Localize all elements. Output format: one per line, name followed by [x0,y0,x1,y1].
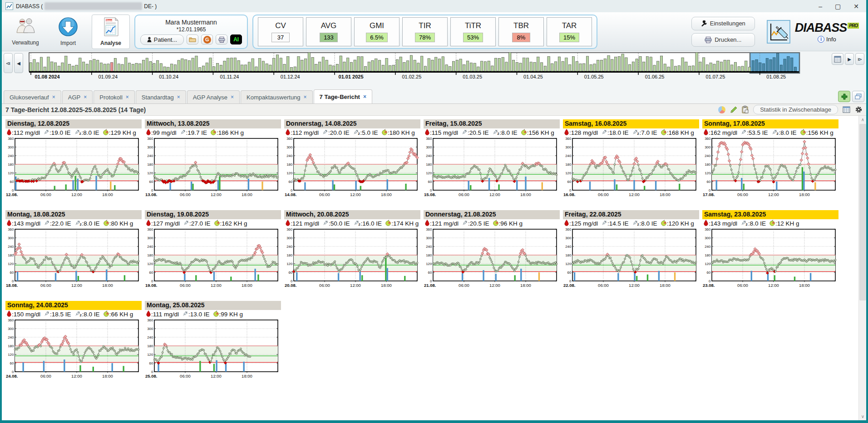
day-card-18-08[interactable]: Montag, 18.08.2025:143 mg/dl:22.0 IE2:8.… [5,210,142,291]
syringe-2-icon: 2 [492,129,500,137]
tab-agp[interactable]: AGP× [62,90,93,103]
tab-close-icon[interactable]: × [231,94,234,100]
syringe-2-icon: 2 [740,220,748,227]
metric-blood-drop: :143 mg/dl [6,220,40,227]
print-day-button[interactable] [216,34,227,44]
edit-button[interactable] [730,106,737,113]
svg-text:120: 120 [286,171,293,175]
pie-chart-button[interactable] [718,106,725,113]
svg-text:240: 240 [147,245,153,249]
statistik-clipboard-button[interactable]: Statistik in Zwischenablage [753,105,838,114]
report-icon: Report [102,17,120,38]
day-card-22-08[interactable]: Freitag, 22.08.2025:125 mg/dl:14.5 IE2:8… [563,210,699,291]
ai-button[interactable]: AI [230,34,242,44]
tab-7-tage-bericht[interactable]: 7 Tage-Bericht× [314,89,372,103]
metric-syringe: :19.0 IE [43,129,71,137]
maximize-button[interactable]: ▢ [835,3,841,10]
scrollbar-thumb[interactable] [859,124,866,300]
metric-value: :121 mg/dl [430,220,459,227]
tab-close-icon[interactable]: × [363,93,366,100]
day-card-23-08[interactable]: Samstag, 23.08.2025:143 mg/dl2:8.0 IE:12… [702,210,838,291]
import-button[interactable]: Import [49,15,87,49]
timeline-next-button[interactable]: ▶ [845,53,854,65]
day-card-20-08[interactable]: Mittwoch, 20.08.2025:121 mg/dl:50.0 IE2:… [284,210,420,291]
report-header: 7 Tage-Bericht 12.08.2025-25.08.2025 (14… [2,104,866,116]
chart-time-label: 06:00 [40,283,51,288]
metric-value: :99 KH g [219,311,243,318]
chart-time-label: 18:00 [381,283,392,288]
analyse-button[interactable]: Report Analyse [92,15,130,49]
timeline-prev-button[interactable]: ◀ [14,53,23,73]
svg-text:240: 240 [286,154,293,158]
metric-value: :174 KH g [391,220,419,227]
tab-close-icon[interactable]: × [84,94,87,100]
tab-close-icon[interactable]: × [304,94,307,100]
scroll-down-icon[interactable]: ∨ [859,413,866,420]
metric-blood-drop: :115 mg/dl [424,129,458,137]
minimize-button[interactable]: – [819,3,822,10]
metric-syringe: :50.0 IE [322,220,350,227]
stat-box-avg: AVG133 [306,17,351,46]
svg-text:2: 2 [637,132,639,135]
svg-text:300: 300 [565,145,572,149]
chart-time-label: 18:00 [381,192,392,197]
day-card-21-08[interactable]: Donnerstag, 21.08.2025:121 mg/dl:20.5 IE… [424,210,560,291]
day-card-25-08[interactable]: Montag, 25.08.2025:111 mg/dl:13.0 IE:99 … [145,301,281,382]
svg-text:180: 180 [426,162,432,167]
tab-close-icon[interactable]: × [126,94,129,100]
tab-close-icon[interactable]: × [52,94,55,100]
apple-icon [381,129,388,137]
day-card-17-08[interactable]: Sonntag, 17.08.2025:162 mg/dl:53.5 IE2:8… [702,119,838,200]
day-glucose-chart: 36030024018012060015.08.06:0012:0018:00 [424,137,560,198]
svg-text:60: 60 [149,180,153,184]
timeline-calendar-button[interactable] [832,53,843,65]
plus-icon [841,93,848,100]
metric-syringe: :53.5 IE [740,129,768,137]
metric-value: :19.7 IE [186,129,207,136]
stat-label: GMI [370,21,384,30]
period-calendar-button[interactable] [843,106,850,113]
print-button[interactable]: Drucken... [691,33,755,47]
day-card-24-08[interactable]: Sonntag, 24.08.2025:150 mg/dl:18.5 IE2:8… [5,301,142,382]
metric-value: :50.0 IE [329,220,350,227]
metric-syringe: :13.0 IE [182,310,210,318]
tab-protokoll[interactable]: Protokoll× [94,90,135,103]
metric-value: :127 mg/dl [151,220,180,227]
timeline-histogram[interactable]: 01.08 202401.09.2401.10.2401.11.2401.12.… [25,52,830,80]
diabass-logo-icon [767,20,790,44]
svg-text:360: 360 [8,319,14,322]
copy-report-button[interactable] [742,106,749,113]
day-card-15-08[interactable]: Freitag, 15.08.2025:115 mg/dl:20.5 IE2:8… [424,119,560,200]
timeline-last-button[interactable]: ⧐ [855,53,864,65]
tab-glukoseverlauf[interactable]: Glukoseverlauf× [4,90,61,103]
timeline-first-button[interactable]: ⧏ [4,53,13,73]
vertical-scrollbar[interactable]: ∧ ∨ [858,116,866,420]
folder-button[interactable] [187,34,198,44]
settings-button[interactable]: Einstellungen [691,17,755,30]
day-card-16-08[interactable]: Samstag, 16.08.2025:128 mg/dl:18.0 IE2:7… [563,119,699,200]
day-card-12-08[interactable]: Dienstag, 12.08.2025:112 mg/dl:19.0 IE2:… [5,119,142,200]
patient-button[interactable]: Patient... [140,34,184,45]
printer-icon [705,37,712,43]
window-layout-button[interactable] [852,91,864,102]
day-glucose-chart: 36030024018012060012.08.06:0012:0018:00 [5,137,142,198]
close-button[interactable]: ✕ [853,3,859,10]
day-card-13-08[interactable]: Mittwoch, 13.08.2025:99 mg/dl:19.7 IE:18… [145,119,281,200]
svg-text:2: 2 [79,313,81,317]
tab-kompaktauswertung[interactable]: Kompaktauswertung× [241,90,313,103]
add-view-button[interactable] [838,91,850,102]
day-card-14-08[interactable]: Donnerstag, 14.08.2025:112 mg/dl:20.0 IE… [284,119,420,200]
apple-icon [385,220,391,227]
tab-close-icon[interactable]: × [177,94,180,100]
tab-agp-analyse[interactable]: AGP Analyse× [187,90,240,103]
settings-gear-button[interactable] [855,106,863,113]
info-link[interactable]: i Info [795,36,859,43]
tab-standardtag[interactable]: Standardtag× [136,90,186,103]
day-card-19-08[interactable]: Dienstag, 19.08.2025:127 mg/dl:27.0 IE:1… [145,210,281,291]
dexcom-g-button[interactable]: G [201,34,213,44]
syringe-icon [322,129,328,137]
scroll-up-icon[interactable]: ∧ [859,116,866,123]
svg-text:300: 300 [8,145,14,149]
svg-text:60: 60 [10,180,14,184]
verwaltung-button[interactable]: Verwaltung [6,15,44,49]
